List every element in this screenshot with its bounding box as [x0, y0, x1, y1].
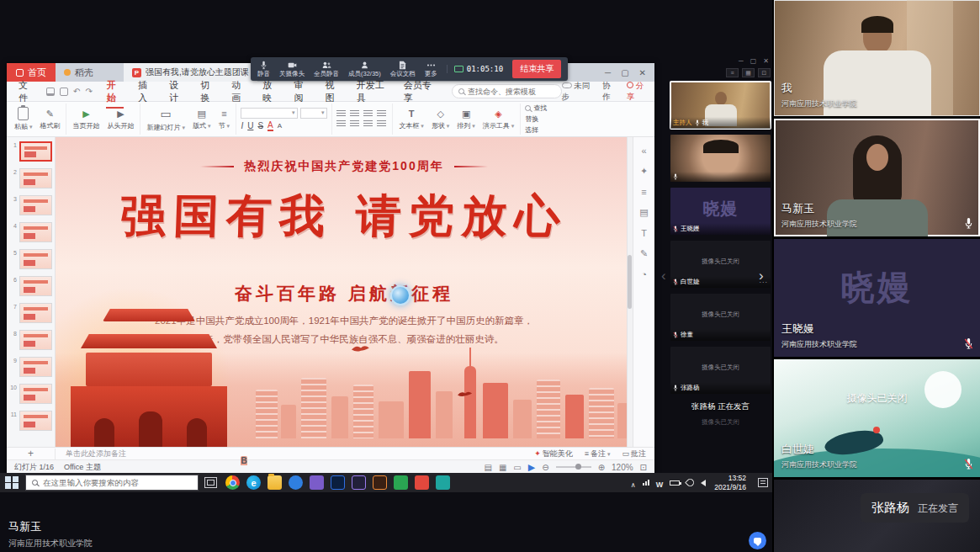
meeting-docs-button[interactable]: 会议文档: [390, 61, 416, 77]
slide-thumb-row[interactable]: 8: [9, 330, 52, 350]
redo-icon[interactable]: [85, 87, 92, 96]
notes-placeholder[interactable]: 单击此处添加备注: [56, 448, 126, 459]
zoom-in-icon[interactable]: [598, 463, 605, 472]
outline-pane-icon[interactable]: ≡: [641, 187, 646, 197]
strip-tile-host[interactable]: 主持人 我: [670, 82, 771, 129]
notes-toggle-button[interactable]: 备注: [585, 448, 611, 459]
slide-thumbnail[interactable]: [19, 168, 52, 188]
highlight-button[interactable]: A: [278, 122, 282, 130]
photoshop-icon[interactable]: [331, 475, 345, 490]
play-current-button[interactable]: 当页开始: [71, 108, 101, 130]
slide-thumb-row[interactable]: 1: [9, 141, 52, 162]
file-explorer-icon[interactable]: [268, 475, 282, 490]
add-slide-button[interactable]: +: [7, 448, 56, 459]
slide-thumbnail[interactable]: [19, 249, 52, 269]
strip-tile-zhangluyang[interactable]: 摄像头已关闭 张路杨: [670, 347, 771, 394]
chat-button[interactable]: [749, 532, 766, 549]
strip-minimize-button[interactable]: [739, 57, 744, 65]
slide-thumbnail[interactable]: [19, 141, 52, 162]
underline-button[interactable]: U: [247, 121, 253, 130]
slide-thumb-row[interactable]: 7: [9, 303, 52, 323]
notification-center-icon[interactable]: [758, 478, 768, 487]
bullets-icon[interactable]: [336, 120, 346, 128]
settings-pane-icon[interactable]: ◔: [641, 269, 647, 279]
save-icon[interactable]: [46, 88, 55, 96]
slide-thumb-row[interactable]: 5: [9, 249, 52, 269]
bold-button[interactable]: B: [241, 456, 246, 465]
line-spacing-icon[interactable]: [363, 120, 373, 128]
app-icon-purple[interactable]: [310, 475, 324, 490]
strikethrough-button[interactable]: S: [257, 121, 263, 130]
strip-grid-icon[interactable]: ▦: [742, 68, 755, 77]
video-tile-maxinyu[interactable]: 马新玉 河南应用技术职业学院: [774, 119, 980, 236]
justify-icon[interactable]: [377, 110, 386, 118]
print-icon[interactable]: [60, 88, 68, 96]
comments-button[interactable]: 批注: [622, 448, 646, 459]
wps-close-button[interactable]: [639, 68, 646, 77]
end-share-button[interactable]: 结束共享: [512, 60, 561, 78]
battery-icon[interactable]: [670, 480, 680, 486]
normal-view-icon[interactable]: [484, 463, 491, 472]
slideshow-play-icon[interactable]: ▶: [528, 462, 535, 473]
format-painter-button[interactable]: ✎ 格式刷: [38, 108, 61, 130]
strip-next-arrow[interactable]: ›: [759, 268, 764, 284]
video-tile-wangxiaoman[interactable]: 晓嫚 王晓嫚 河南应用技术职业学院: [774, 239, 980, 357]
chrome-icon[interactable]: [225, 475, 240, 490]
reading-view-icon[interactable]: [513, 463, 521, 472]
canvas-scrollbar[interactable]: [627, 137, 633, 447]
fit-slide-icon[interactable]: [640, 463, 647, 472]
slide-canvas[interactable]: 热烈庆祝中国共产党建党100周年 强国有我 请党放心 奋斗百年路 启航新征程 2…: [56, 137, 633, 447]
strip-close-button[interactable]: [763, 57, 769, 65]
volume-icon[interactable]: [701, 480, 706, 486]
wps-tray-icon[interactable]: [656, 475, 664, 491]
share-button[interactable]: 分享: [627, 81, 648, 103]
video-tile-me[interactable]: 我 河南应用技术职业学院: [774, 0, 980, 116]
strip-maximize-button[interactable]: [750, 57, 757, 65]
font-size-select[interactable]: [300, 108, 327, 119]
strip-tile-video[interactable]: [670, 135, 771, 182]
command-search-input[interactable]: [468, 88, 555, 96]
align-right-icon[interactable]: [363, 110, 373, 118]
play-start-button[interactable]: 从头开始: [105, 108, 135, 130]
slide-thumbnail[interactable]: [19, 303, 52, 323]
slide-thumb-row[interactable]: 9: [9, 357, 52, 377]
slide-thumb-row[interactable]: 10: [9, 384, 52, 404]
start-button[interactable]: [4, 475, 19, 491]
style-pane-icon[interactable]: ✦: [640, 166, 648, 177]
collapse-pane-icon[interactable]: «: [641, 146, 646, 156]
taskbar-clock[interactable]: 13:52 2021/9/16: [714, 474, 746, 491]
text-pane-icon[interactable]: T: [641, 228, 647, 238]
theme-name[interactable]: Office 主题: [64, 462, 101, 473]
app-icon-blue[interactable]: [289, 475, 303, 490]
mute-all-button[interactable]: 全员静音: [314, 61, 339, 77]
layout-pane-icon[interactable]: ▤: [639, 207, 648, 218]
wps-maximize-button[interactable]: [621, 68, 628, 77]
new-slide-button[interactable]: 新建幻灯片: [145, 106, 186, 132]
wps-docer-tab[interactable]: 稻壳: [56, 63, 102, 82]
app-icon-red[interactable]: [415, 475, 429, 490]
taskbar-search-input[interactable]: [43, 478, 192, 487]
slide-thumb-row[interactable]: 3: [9, 195, 52, 215]
more-button[interactable]: 更多: [425, 61, 437, 77]
slide-thumb-row[interactable]: 4: [9, 222, 52, 242]
tray-expand-icon[interactable]: [631, 475, 636, 491]
strip-fullscreen-icon[interactable]: ⊡: [758, 68, 771, 77]
video-tile-baishijie[interactable]: 摄像头已关闭 白世婕 河南应用技术职业学院: [774, 359, 980, 477]
camera-off-button[interactable]: 关摄像头: [279, 61, 305, 77]
strip-prev-arrow[interactable]: ‹: [661, 268, 666, 284]
strip-tile-baishijie[interactable]: 摄像头已关闭 白世婕 ···: [670, 241, 771, 288]
scrollbar-thumb[interactable]: [628, 255, 632, 309]
video-tile-zhangluyang[interactable]: 张路杨 正在发言 摄像头已关闭: [774, 480, 980, 552]
mute-button[interactable]: 静音: [257, 61, 270, 77]
edge-icon[interactable]: [246, 475, 261, 490]
section-button[interactable]: 节: [216, 108, 231, 130]
slide-thumbnail[interactable]: [19, 330, 52, 350]
smart-beautify-button[interactable]: 智能美化: [534, 448, 573, 459]
taskbar-search[interactable]: [25, 475, 199, 491]
zoom-out-icon[interactable]: [542, 463, 548, 472]
indent-icon[interactable]: [377, 120, 386, 128]
replace-button[interactable]: 替换: [525, 114, 547, 124]
wifi-icon[interactable]: [685, 477, 696, 488]
find-button[interactable]: 查找: [525, 104, 547, 113]
sync-status[interactable]: 未同步: [562, 81, 592, 103]
